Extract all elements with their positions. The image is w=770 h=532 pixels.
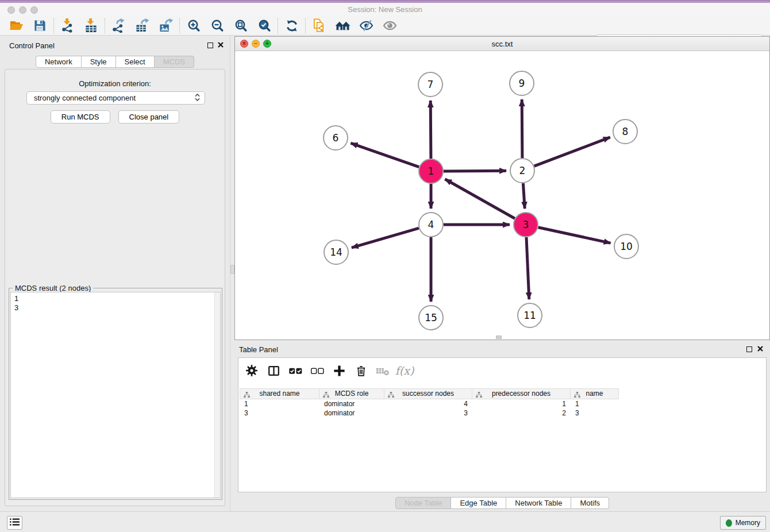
close-panel-button[interactable]: Close panel <box>118 110 180 124</box>
graph-node-10[interactable]: 10 <box>614 234 638 259</box>
graph-node-label: 14 <box>330 246 342 258</box>
open-folder-icon[interactable] <box>5 17 28 34</box>
graph-node-7[interactable]: 7 <box>418 72 442 97</box>
mcds-result-title: MCDS result (2 nodes) <box>13 284 93 292</box>
tab-network-table[interactable]: Network Table <box>506 497 571 509</box>
unselect-all-checks-icon[interactable] <box>309 362 326 379</box>
criterion-dropdown[interactable]: strongly connected component <box>26 91 205 105</box>
column-header-label: name <box>586 390 603 398</box>
column-header-name[interactable]: name <box>571 388 619 399</box>
zoom-selected-icon[interactable] <box>252 17 276 34</box>
eye-gray-icon[interactable] <box>378 17 402 34</box>
graph-node-4[interactable]: 4 <box>419 213 443 237</box>
graph-node-14[interactable]: 14 <box>324 240 348 264</box>
splitter-handle[interactable] <box>230 265 234 274</box>
graph-edge-2-3[interactable] <box>523 183 525 209</box>
graph-edge-3-11[interactable] <box>526 237 529 299</box>
clear-table-icon[interactable] <box>374 362 391 379</box>
criterion-value: strongly connected component <box>34 94 195 102</box>
graph-edge-2-8[interactable] <box>534 137 610 166</box>
table-close-icon[interactable] <box>757 345 764 353</box>
zoom-in-icon[interactable] <box>182 17 205 34</box>
graph-node-15[interactable]: 15 <box>419 306 443 330</box>
mcds-result-area[interactable]: 13 <box>10 292 221 498</box>
export-image-icon[interactable] <box>154 17 178 34</box>
graph-node-8[interactable]: 8 <box>613 119 637 144</box>
column-header-label: successor nodes <box>402 390 454 398</box>
tab-node-table[interactable]: Node Table <box>395 497 452 509</box>
graph-node-label: 3 <box>523 219 529 230</box>
copy-style-icon[interactable] <box>307 17 331 34</box>
zoom-fit-icon[interactable] <box>229 17 252 34</box>
table-cell[interactable]: 4 <box>384 399 472 408</box>
graph-node-label: 8 <box>622 126 629 137</box>
graph-node-11[interactable]: 11 <box>518 303 542 327</box>
tab-edge-table[interactable]: Edge Table <box>451 497 506 509</box>
graph-edge-3-10[interactable] <box>538 228 611 243</box>
tab-mcds[interactable]: MCDS <box>155 56 194 68</box>
export-table-icon[interactable] <box>130 17 154 34</box>
tab-select[interactable]: Select <box>116 56 155 68</box>
graph-node-2[interactable]: 2 <box>510 159 534 183</box>
canvas-resize-grip[interactable] <box>496 336 502 339</box>
delete-column-icon[interactable] <box>352 362 369 379</box>
refresh-icon[interactable] <box>280 17 303 34</box>
tab-motifs[interactable]: Motifs <box>571 497 609 509</box>
network-window-titlebar[interactable]: × − + scc.txt <box>235 37 769 51</box>
table-cell[interactable]: dominator <box>319 408 384 418</box>
list-icon <box>9 518 20 529</box>
graph-node-9[interactable]: 9 <box>510 71 534 95</box>
column-header-shared-name[interactable]: shared name <box>240 388 319 399</box>
tab-style[interactable]: Style <box>82 56 116 68</box>
homes-icon[interactable] <box>331 17 355 34</box>
table-cell[interactable]: 3 <box>571 408 619 418</box>
memory-button[interactable]: Memory <box>720 516 766 530</box>
mcds-panel: Optimization criterion: strongly connect… <box>5 69 225 506</box>
split-columns-icon[interactable] <box>265 362 282 379</box>
stepper-icon <box>195 93 200 103</box>
table-cell[interactable]: 3 <box>384 408 472 418</box>
graph-node-3[interactable]: 3 <box>514 213 538 237</box>
zoom-out-icon[interactable] <box>205 17 229 34</box>
graph-edge-3-1[interactable] <box>445 179 514 219</box>
vertical-splitter[interactable] <box>230 36 234 511</box>
hide-details-icon[interactable] <box>355 17 378 34</box>
table-cell[interactable]: 1 <box>240 399 319 408</box>
toolbar-separator <box>179 18 180 33</box>
graph-edge-1-6[interactable] <box>351 143 419 167</box>
close-panel-icon[interactable] <box>217 41 224 49</box>
column-header-MCDS-role[interactable]: MCDS role <box>319 388 384 399</box>
tab-network[interactable]: Network <box>36 56 82 68</box>
toolbar-separator <box>53 18 54 33</box>
task-history-button[interactable] <box>7 516 22 530</box>
gear-icon[interactable] <box>243 362 260 379</box>
graph-node-1[interactable]: 1 <box>419 159 443 183</box>
network-canvas[interactable]: 7968124314101511 <box>235 51 769 340</box>
table-row[interactable]: 1dominator411 <box>240 399 765 408</box>
add-column-icon[interactable] <box>330 362 348 379</box>
column-header-label: shared name <box>259 390 299 398</box>
result-scrollbar[interactable] <box>214 292 220 498</box>
table-cell[interactable]: 1 <box>472 399 571 408</box>
graph-edge-2-9[interactable] <box>522 99 522 158</box>
table-toolbar: f(x) <box>238 358 766 383</box>
column-header-predecessor-nodes[interactable]: predecessor nodes <box>472 388 571 399</box>
select-all-checks-icon[interactable] <box>287 362 304 379</box>
function-builder-icon[interactable]: f(x) <box>396 362 413 379</box>
graph-edge-1-7[interactable] <box>430 101 431 159</box>
table-row[interactable]: 3dominator323 <box>240 408 765 418</box>
export-network-icon[interactable] <box>107 17 130 34</box>
column-header-successor-nodes[interactable]: successor nodes <box>384 388 472 399</box>
save-icon[interactable] <box>28 17 52 34</box>
graph-node-6[interactable]: 6 <box>324 126 348 150</box>
table-float-icon[interactable] <box>746 346 752 352</box>
table-cell[interactable]: 2 <box>472 408 571 418</box>
table-cell[interactable]: 3 <box>240 408 319 418</box>
graph-edge-1-2[interactable] <box>444 171 506 171</box>
graph-edge-4-14[interactable] <box>352 228 419 248</box>
graph-node-label: 4 <box>428 219 434 230</box>
import-table-icon[interactable] <box>79 17 103 34</box>
run-mcds-button[interactable]: Run MCDS <box>51 110 110 124</box>
float-panel-icon[interactable] <box>207 43 213 48</box>
import-network-icon[interactable] <box>56 17 79 34</box>
